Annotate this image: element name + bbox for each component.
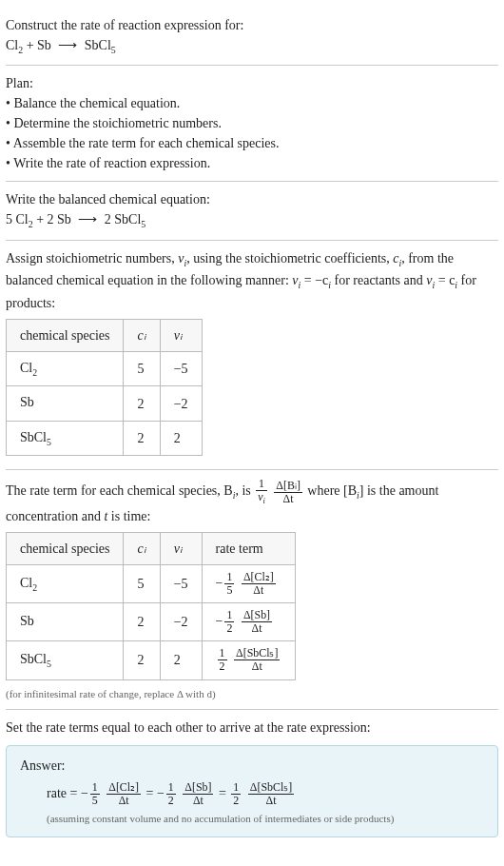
- cell-ci: 2: [124, 421, 160, 455]
- cell-vi: 2: [160, 421, 202, 455]
- prompt-intro: Construct the rate of reaction expressio…: [6, 15, 498, 35]
- col-species: chemical species: [7, 319, 124, 351]
- numerator: Δ[Cl₂]: [107, 781, 141, 795]
- denominator: 2: [224, 622, 234, 635]
- rate-equals: rate =: [47, 786, 81, 800]
- table-row: SbCl5 2 2 12 Δ[SbCl₅]Δt: [7, 641, 296, 679]
- fraction-delta-b-over-t: Δ[Bᵢ]Δt: [274, 480, 302, 505]
- cell-species: Sb: [7, 386, 124, 421]
- col-vi: νᵢ: [160, 319, 202, 351]
- reaction-arrow-icon: ⟶: [78, 209, 97, 229]
- cell-vi: 2: [160, 641, 202, 679]
- denominator: Δt: [248, 795, 294, 807]
- frac-coef: 12: [224, 609, 234, 635]
- col-ci: cᵢ: [124, 319, 160, 351]
- eq-sbcl5-sub: 5: [111, 45, 116, 55]
- cell-rate-term: −12 Δ[Sb]Δt: [202, 603, 296, 641]
- frac-delta: Δ[Cl₂]Δt: [242, 571, 276, 597]
- equals-sign: =: [219, 786, 229, 800]
- table-row: Sb 2 −2 −12 Δ[Sb]Δt: [7, 603, 296, 641]
- numerator: 1: [218, 647, 227, 660]
- text: νᵢ: [174, 541, 183, 556]
- denominator: 2: [218, 660, 227, 673]
- plan-item: Determine the stoichiometric numbers.: [6, 113, 498, 133]
- text: cᵢ: [137, 328, 145, 343]
- plan-item: Assemble the rate term for each chemical…: [6, 133, 498, 153]
- cell-species: SbCl5: [7, 641, 124, 679]
- numerator: 1: [224, 609, 234, 622]
- col-species: chemical species: [7, 533, 124, 565]
- frac-delta: Δ[SbCl₅]Δt: [248, 781, 294, 807]
- cell-ci: 2: [124, 641, 160, 679]
- denominator: Δt: [234, 660, 280, 673]
- stoich-intro: Assign stoichiometric numbers, νi, using…: [6, 248, 498, 313]
- cell-species: Cl2: [7, 565, 124, 603]
- numerator: 1: [224, 571, 234, 584]
- table-header-row: chemical species cᵢ νᵢ rate term: [7, 533, 296, 565]
- text: = c: [435, 273, 455, 287]
- cell-rate-term: −15 Δ[Cl₂]Δt: [202, 565, 296, 603]
- cell-ci: 2: [124, 386, 160, 421]
- denominator: Δt: [183, 795, 213, 807]
- text: = −c: [300, 273, 328, 287]
- eq-plus-sb: + Sb: [23, 38, 54, 52]
- cell-vi: −2: [160, 386, 202, 421]
- text: Sb: [20, 395, 34, 409]
- frac-coef: 12: [166, 781, 176, 807]
- table-row: Cl2 5 −5: [7, 351, 203, 385]
- numerator: 1: [166, 781, 176, 795]
- numerator: Δ[Bᵢ]: [274, 480, 302, 493]
- text: for reactants and: [331, 273, 426, 287]
- balanced-section: Write the balanced chemical equation: 5 …: [6, 182, 498, 240]
- answer-note: (assuming constant volume and no accumul…: [47, 811, 484, 827]
- table-header-row: chemical species cᵢ νᵢ: [7, 319, 203, 351]
- rate-term-table: chemical species cᵢ νᵢ rate term Cl2 5 −…: [6, 532, 296, 680]
- minus-sign: −: [157, 786, 165, 800]
- final-section: Set the rate terms equal to each other t…: [6, 710, 498, 845]
- bal-5cl2: 5 Cl: [6, 212, 29, 226]
- table-row: SbCl5 2 2: [7, 421, 203, 455]
- text: SbCl: [20, 430, 47, 444]
- frac-delta: Δ[SbCl₅]Δt: [234, 647, 280, 673]
- numerator: Δ[SbCl₅]: [234, 647, 280, 660]
- denominator: 2: [166, 795, 176, 807]
- frac-delta: Δ[Sb]Δt: [242, 609, 272, 635]
- bal-2sbcl5: 2 SbCl: [101, 212, 141, 226]
- numerator: 1: [90, 781, 100, 795]
- cell-species: SbCl5: [7, 421, 124, 455]
- reaction-arrow-icon: ⟶: [58, 35, 77, 55]
- answer-label: Answer:: [20, 756, 484, 776]
- eq-cl2: Cl: [6, 38, 18, 52]
- cell-vi: −5: [160, 351, 202, 385]
- frac-coef: 15: [224, 571, 234, 597]
- answer-box: Answer: rate = −15 Δ[Cl₂]Δt = −12 Δ[Sb]Δ…: [6, 745, 498, 837]
- cell-species: Cl2: [7, 351, 124, 385]
- col-ci: cᵢ: [124, 533, 160, 565]
- numerator: 1: [256, 478, 267, 491]
- col-vi: νᵢ: [160, 533, 202, 565]
- text: 5: [47, 659, 51, 669]
- minus-sign: −: [81, 786, 88, 800]
- cell-vi: −5: [160, 565, 202, 603]
- table-row: Sb 2 −2: [7, 386, 203, 421]
- denominator: Δt: [274, 493, 302, 505]
- denominator: 2: [231, 795, 241, 807]
- plan-section: Plan: Balance the chemical equation. Det…: [6, 66, 498, 182]
- cell-ci: 2: [124, 603, 160, 641]
- balanced-intro: Write the balanced chemical equation:: [6, 189, 498, 209]
- eq-sbcl5: SbCl: [81, 38, 111, 52]
- cell-ci: 5: [124, 351, 160, 385]
- text: , using the stoichiometric coefficients,: [186, 251, 393, 266]
- balanced-equation: 5 Cl2 + 2 Sb ⟶ 2 SbCl5: [6, 209, 498, 231]
- text: is time:: [107, 509, 150, 523]
- denominator: Δt: [242, 622, 272, 635]
- numerator: Δ[SbCl₅]: [248, 781, 294, 795]
- numerator: 1: [231, 781, 241, 795]
- plan-item: Write the rate of reaction expression.: [6, 153, 498, 173]
- plan-item: Balance the chemical equation.: [6, 93, 498, 113]
- cell-vi: −2: [160, 603, 202, 641]
- denominator: 5: [90, 795, 100, 807]
- text: cᵢ: [137, 541, 145, 556]
- text: νᵢ: [174, 328, 183, 343]
- frac-delta: Δ[Cl₂]Δt: [107, 781, 141, 807]
